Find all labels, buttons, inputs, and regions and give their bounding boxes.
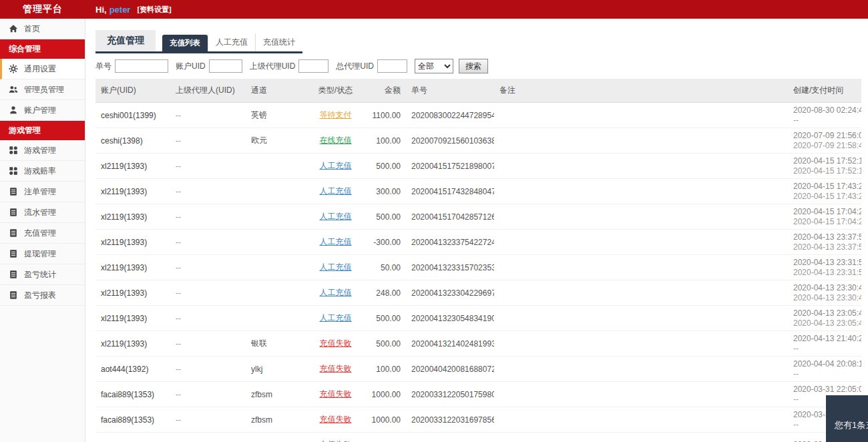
- tab-recharge-stats[interactable]: 充值统计: [255, 33, 302, 51]
- cell-remark: [494, 280, 788, 306]
- column-header: 类型/状态: [307, 79, 364, 103]
- table-row: facai889(1353) -- zfbsm 充值失败 500.00 2020…: [95, 433, 861, 442]
- general-agent-uid-input[interactable]: [377, 59, 407, 73]
- cell-account: facai889(1353): [95, 382, 170, 407]
- table-row: facai889(1353) -- zfbsm 充值失败 1000.00 202…: [95, 382, 861, 407]
- cell-remark: [494, 433, 788, 442]
- search-field-label: 上级代理UID: [250, 61, 296, 72]
- cell-channel: 英镑: [246, 103, 307, 128]
- table-row: xl2119(1393) -- 人工充值 500.00 202004132305…: [95, 306, 861, 331]
- notification-toast[interactable]: 您有1条充: [826, 395, 868, 442]
- status-link[interactable]: 充值失败: [320, 339, 352, 348]
- cell-channel: [246, 154, 307, 179]
- table-row: xl2119(1393) -- 人工充值 248.00 202004132330…: [95, 280, 861, 306]
- status-link[interactable]: 人工充值: [320, 262, 352, 272]
- sidebar-section-label: 综合管理: [9, 43, 41, 55]
- status-link[interactable]: 人工充值: [320, 212, 352, 221]
- sidebar-item-home[interactable]: 首页: [0, 19, 85, 39]
- sidebar-item-recharge-management[interactable]: 充值管理: [0, 223, 85, 244]
- type-select[interactable]: 全部: [415, 59, 453, 73]
- search-form: 单号 账户UID 上级代理UID 总代理UID 全部 搜索: [95, 59, 861, 73]
- cell-account: xl2119(1393): [95, 179, 170, 204]
- cell-order-no: 20200404200816880726: [406, 357, 494, 382]
- cell-time: 2020-04-13 23:05:48 2020-04-13 23:05:48: [788, 306, 861, 331]
- cell-order-no: 20200331220501759804: [406, 382, 494, 407]
- user-icon: [9, 105, 18, 115]
- cell-account: xl2119(1393): [95, 230, 170, 255]
- sidebar-item-turnover-management[interactable]: 流水管理: [0, 202, 85, 223]
- column-header: 通道: [246, 79, 307, 103]
- sidebar-item-game-management[interactable]: 游戏管理: [0, 140, 85, 161]
- cell-amount: -300.00: [364, 230, 406, 255]
- cell-remark: [494, 179, 788, 204]
- column-header: 单号: [406, 79, 494, 103]
- cell-channel: [246, 306, 307, 331]
- doc-icon: [9, 249, 18, 258]
- cell-channel: zfbsm: [246, 382, 307, 407]
- status-link[interactable]: 人工充值: [320, 313, 352, 322]
- cell-channel: [246, 204, 307, 230]
- status-link[interactable]: 人工充值: [320, 186, 352, 196]
- order-no-input[interactable]: [115, 59, 168, 73]
- cell-order-no: 20200709215601036388: [406, 128, 494, 154]
- tab-manual-recharge[interactable]: 人工充值: [208, 33, 255, 51]
- sidebar: 首页 综合管理 通用设置 管理员管理 账户管理 游戏管理 游戏管理 游戏赔率 注…: [0, 19, 85, 442]
- created-time: 2020-04-04 20:08:16: [793, 359, 856, 369]
- sidebar-item-profit-report[interactable]: 盈亏报表: [0, 285, 85, 306]
- cell-order-no: 20200413214024819932: [406, 331, 494, 357]
- cell-agent: --: [170, 230, 246, 255]
- app-brand: 管理平台: [0, 3, 85, 15]
- column-header: 账户(UID): [95, 79, 170, 103]
- search-button[interactable]: 搜索: [459, 59, 488, 73]
- tab-recharge-management[interactable]: 充值管理: [95, 30, 156, 51]
- cell-time: 2020-04-04 20:08:16 --: [788, 357, 861, 382]
- cell-channel: [246, 230, 307, 255]
- cell-amount: 500.00: [364, 204, 406, 230]
- sidebar-item-game-odds[interactable]: 游戏赔率: [0, 161, 85, 182]
- status-link[interactable]: 人工充值: [320, 237, 352, 246]
- search-field-label: 总代理UID: [336, 61, 374, 72]
- search-field: 单号: [95, 59, 168, 73]
- cell-agent: --: [170, 103, 246, 128]
- cell-time: 2020-04-15 17:52:18 2020-04-15 17:52:18: [788, 154, 861, 179]
- created-time: 2020-04-13 23:05:48: [793, 308, 856, 318]
- created-time: 2020-08-30 02:24:47: [793, 105, 856, 116]
- status-link[interactable]: 等待支付: [320, 110, 352, 120]
- cell-agent: --: [170, 382, 246, 407]
- sidebar-item-label: 游戏管理: [24, 145, 56, 156]
- cell-channel: ylkj: [246, 357, 307, 382]
- sidebar-item-general-settings[interactable]: 通用设置: [0, 59, 85, 79]
- sidebar-item-label: 游戏赔率: [24, 166, 56, 177]
- cell-time: 2020-04-13 23:30:42 2020-04-13 23:30:42: [788, 280, 861, 306]
- cell-time: 2020-08-30 02:24:47 --: [788, 103, 861, 128]
- sidebar-section-game-management-section[interactable]: 游戏管理: [0, 121, 85, 140]
- parent-agent-uid-input[interactable]: [298, 59, 329, 73]
- status-link[interactable]: 充值失败: [320, 364, 352, 373]
- table-row: xl2119(1393) -- 人工充值 500.00 202004151704…: [95, 204, 861, 230]
- sidebar-section-label: 游戏管理: [9, 125, 41, 136]
- cell-status: 人工充值: [307, 255, 364, 280]
- sidebar-section-general-management[interactable]: 综合管理: [0, 39, 85, 59]
- column-header: 创建/支付时间: [788, 79, 861, 103]
- profile-settings-link[interactable]: [资料设置]: [137, 5, 171, 15]
- status-link[interactable]: 人工充值: [320, 161, 352, 170]
- created-time: 2020-04-13 21:40:24: [793, 334, 856, 344]
- sidebar-item-admin-management[interactable]: 管理员管理: [0, 79, 85, 100]
- sidebar-item-withdraw-management[interactable]: 提现管理: [0, 244, 85, 264]
- sidebar-item-profit-stats[interactable]: 盈亏统计: [0, 264, 85, 285]
- cell-status: 人工充值: [307, 306, 364, 331]
- tab-recharge-list[interactable]: 充值列表: [162, 35, 208, 51]
- status-link[interactable]: 人工充值: [320, 288, 352, 297]
- sidebar-item-bet-management[interactable]: 注单管理: [0, 182, 85, 202]
- cell-status: 充值失败: [307, 357, 364, 382]
- search-field: 账户UID: [176, 59, 242, 73]
- account-uid-input[interactable]: [209, 59, 242, 73]
- status-link[interactable]: 充值失败: [320, 415, 352, 424]
- sidebar-item-account-management[interactable]: 账户管理: [0, 100, 85, 121]
- status-link[interactable]: 充值失败: [320, 389, 352, 399]
- main-content: 充值管理 充值列表人工充值充值统计 单号 账户UID 上级代理UID 总代理UI…: [86, 19, 868, 442]
- doc-icon: [9, 187, 18, 196]
- paid-time: 2020-04-15 17:04:28: [793, 217, 856, 227]
- cell-remark: [494, 204, 788, 230]
- status-link[interactable]: 在线充值: [320, 136, 352, 145]
